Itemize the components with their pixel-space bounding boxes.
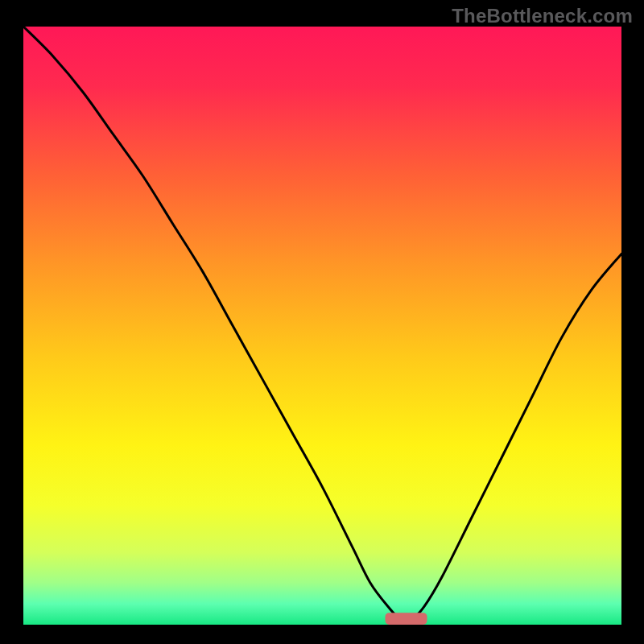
bottleneck-chart: [23, 27, 621, 625]
chart-frame: TheBottleneck.com: [0, 0, 644, 644]
optimal-marker: [386, 613, 427, 625]
plot-background: [23, 27, 621, 625]
watermark-label: TheBottleneck.com: [452, 5, 633, 27]
